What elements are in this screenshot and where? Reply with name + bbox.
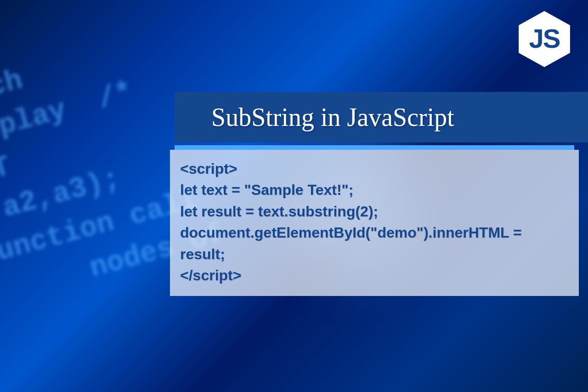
accent-bar xyxy=(175,145,574,150)
page-title: SubString in JavaScript xyxy=(211,102,454,132)
code-line-3: let result = text.substring(2); xyxy=(180,201,569,222)
code-line-2: let text = "Sample Text!"; xyxy=(180,179,569,200)
code-line-5: </script> xyxy=(180,265,569,286)
hexagon-icon: JS xyxy=(514,9,574,69)
js-logo: JS xyxy=(514,9,574,69)
code-line-4: document.getElementById("demo").innerHTM… xyxy=(180,222,569,265)
title-banner: SubString in JavaScript xyxy=(175,92,588,142)
logo-text: JS xyxy=(529,23,560,54)
code-line-1: <script> xyxy=(180,158,569,179)
code-panel: <script> let text = "Sample Text!"; let … xyxy=(170,150,579,296)
